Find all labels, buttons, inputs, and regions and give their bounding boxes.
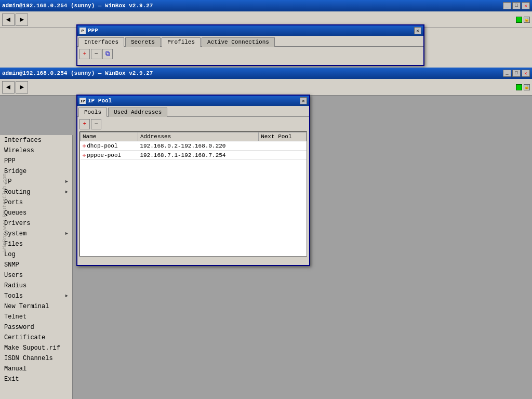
close-btn-2[interactable]: ✕ [522,70,530,77]
close-btn-1[interactable]: ✕ [522,2,530,9]
sidebar-item-snmp[interactable]: SNMP [0,260,72,270]
sidebar-item-label-log: Log [4,251,16,258]
sidebar-item-label-certificate: Certificate [4,334,45,341]
ppp-close-btn[interactable]: ✕ [414,27,421,34]
ip-pool-table-container: Name Addresses Next Pool ✛dhcp-pool 192.… [79,131,307,257]
sidebar-arrow-system: ► [65,231,68,236]
ip-pool-add-btn[interactable]: + [79,119,90,129]
tab-ppp-interfaces[interactable]: Interfaces [78,37,124,47]
sidebar-item-new-terminal[interactable]: New Terminal [0,301,72,312]
ip-pool-tab-bar: Pools Used Addresses [77,106,309,117]
row-1-name: ✛dhcp-pool [81,141,138,151]
sidebar-item-telnet[interactable]: Telnet [0,312,72,322]
table-row[interactable]: ✛pppoe-pool 192.168.7.1-192.168.7.254 [81,151,307,160]
tab-pools[interactable]: Pools [78,108,107,117]
ppp-title-bar[interactable]: P PPP ✕ [77,25,423,36]
ip-pool-close-btn[interactable]: ✕ [300,97,307,104]
sidebar-item-interfaces[interactable]: Interfaces [0,135,72,145]
ip-pool-action-bar: + − [77,117,309,131]
title-bar-controls-1: _ □ ✕ [503,2,530,9]
tab-ppp-secrets[interactable]: Secrets [125,37,161,47]
sidebar-item-exit[interactable]: Exit [0,374,72,384]
sidebar-item-ppp[interactable]: PPP [0,156,72,166]
sidebar-item-label-make-supout: Make Supout.rif [4,344,60,352]
sidebar-item-label-ports: Ports [4,199,23,206]
ip-pool-title-container: IP IP Pool [79,98,112,104]
sidebar-item-label-radius: Radius [4,282,26,289]
back-btn-2[interactable]: ◄ [2,81,15,94]
sidebar-item-tools[interactable]: Tools ► [0,291,72,301]
sidebar-item-label-telnet: Telnet [4,313,26,321]
ip-pool-remove-btn[interactable]: − [91,119,101,129]
sidebar-item-users[interactable]: Users [0,270,72,281]
sidebar-item-system[interactable]: System ► [0,229,72,239]
sidebar-item-label-manual: Manual [4,365,26,373]
sidebar-item-certificate[interactable]: Certificate [0,332,72,343]
ppp-title: PPP [88,28,98,34]
ip-pool-table: Name Addresses Next Pool ✛dhcp-pool 192.… [80,132,307,160]
ppp-window: P PPP ✕ Interfaces Secrets Profiles Acti… [76,24,424,66]
status-light-lock-2: 🔒 [524,84,530,90]
sidebar-item-isdn[interactable]: ISDN Channels [0,353,72,364]
ppp-copy-btn[interactable]: ⧉ [102,49,113,59]
row-2-name: ✛pppoe-pool [81,151,138,160]
sidebar-item-label-bridge: Bridge [4,168,26,175]
sidebar-item-files[interactable]: Files [0,239,72,249]
ip-pool-title-icon: IP [79,98,86,104]
sidebar-item-label-password: Password [4,324,34,331]
back-btn-1[interactable]: ◄ [2,14,15,26]
sidebar-arrow-tools: ► [65,294,68,299]
sidebar-item-label-ip: IP [4,178,11,185]
sidebar-item-label-tools: Tools [4,292,23,300]
winbox-title-2: admin@192.168.0.254 (sunny) — WinBox v2.… [2,70,153,76]
row-2-icon: ✛ [83,152,86,158]
minimize-btn-1[interactable]: _ [503,2,511,9]
sidebar-item-label-interfaces: Interfaces [4,137,42,144]
sidebar-item-label-isdn: ISDN Channels [4,355,53,362]
sidebar-item-password[interactable]: Password [0,322,72,332]
tab-used-addresses[interactable]: Used Addresses [108,108,167,117]
ppp-add-btn[interactable]: + [79,49,90,59]
tab-ppp-active-connections[interactable]: Active Connections [202,37,275,47]
minimize-btn-2[interactable]: _ [503,70,511,77]
sidebar-item-ip[interactable]: IP ► [0,177,72,187]
table-row[interactable]: ✛dhcp-pool 192.168.0.2-192.168.0.220 [81,141,307,151]
forward-btn-1[interactable]: ► [16,14,28,26]
col-addresses[interactable]: Addresses [138,132,258,141]
sidebar-item-label-system: System [4,230,26,237]
toolbar-2: ◄ ► 🔒 [0,79,532,96]
sidebar-item-make-supout[interactable]: Make Supout.rif [0,343,72,353]
sidebar: Interfaces Wireless PPP Bridge IP ► Rout… [0,135,73,399]
tab-ppp-profiles[interactable]: Profiles [162,37,201,47]
ip-pool-window: IP IP Pool ✕ Pools Used Addresses + − Na… [76,95,310,266]
status-light-green-1 [516,17,522,23]
status-light-lock-1: 🔒 [524,17,530,23]
sidebar-item-label-snmp: SNMP [4,261,19,269]
sidebar-item-bridge[interactable]: Bridge [0,166,72,177]
ip-pool-title-bar[interactable]: IP IP Pool ✕ [77,96,309,106]
col-next-pool[interactable]: Next Pool [259,132,307,141]
maximize-btn-2[interactable]: □ [512,70,521,77]
row-1-icon: ✛ [83,143,86,149]
sidebar-item-wireless[interactable]: Wireless [0,145,72,156]
title-bar-2: admin@192.168.0.254 (sunny) — WinBox v2.… [0,68,532,79]
row-1-addresses: 192.168.0.2-192.168.0.220 [138,141,258,151]
row-1-next-pool [259,141,307,151]
sidebar-item-manual[interactable]: Manual [0,364,72,374]
sidebar-item-queues[interactable]: Queues [0,208,72,218]
winbox-window-1: admin@192.168.0.254 (sunny) — WinBox v2.… [0,0,532,68]
ppp-remove-btn[interactable]: − [91,49,101,59]
ppp-title-icon: P [79,28,86,34]
sidebar-arrow-routing: ► [65,190,68,195]
sidebar-item-drivers[interactable]: Drivers [0,218,72,229]
sidebar-item-log[interactable]: Log [0,249,72,260]
maximize-btn-1[interactable]: □ [512,2,521,9]
forward-btn-2[interactable]: ► [16,81,28,94]
sidebar-item-radius[interactable]: Radius [0,281,72,291]
winbox-title-1: admin@192.168.0.254 (sunny) — WinBox v2.… [2,3,153,9]
sidebar-item-ports[interactable]: Ports [0,197,72,208]
col-name[interactable]: Name [81,132,138,141]
title-bar-title-2: admin@192.168.0.254 (sunny) — WinBox v2.… [2,70,153,76]
sidebar-item-routing[interactable]: Routing ► [0,187,72,197]
toolbar-status-2: 🔒 [516,84,530,90]
